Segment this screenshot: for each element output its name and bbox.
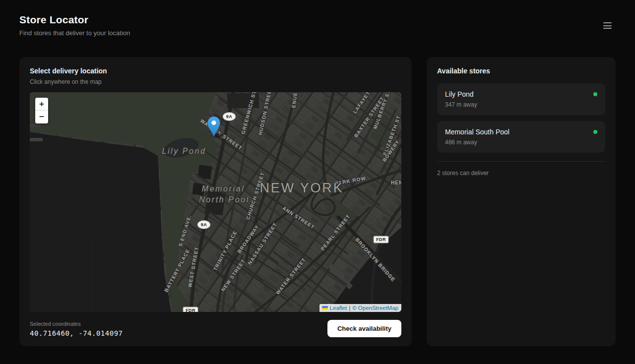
leaflet-link[interactable]: Leaflet [330, 305, 347, 311]
openstreetmap-link[interactable]: © OpenStreetMap [352, 305, 398, 311]
map-road-badge: 9A [223, 113, 236, 121]
map-road-badge: FDR [183, 307, 198, 312]
check-availability-button[interactable]: Check availability [327, 320, 401, 337]
available-stores-panel: Available stores Lily Pond 347 m away Me… [427, 57, 616, 346]
coordinates-label: Selected coordinates [30, 321, 123, 327]
main-content: Select delivery location Click anywhere … [19, 57, 616, 346]
store-available-dot [593, 130, 597, 134]
map-zoom-control: + − [35, 98, 48, 123]
page-title: Store Locator [19, 14, 616, 26]
delivery-location-panel: Select delivery location Click anywhere … [19, 57, 412, 346]
page-subtitle: Find stores that deliver to your locatio… [19, 29, 616, 37]
svg-text:FDR: FDR [186, 308, 195, 312]
map-city-label: NEW YORK [260, 181, 344, 195]
store-card[interactable]: Lily Pond 347 m away [437, 83, 605, 115]
map-area-label: North Pool [199, 195, 250, 204]
svg-text:FDR: FDR [376, 237, 386, 242]
map-road-badge: FDR [374, 236, 388, 243]
map-area-label: Lily Pond [162, 147, 206, 155]
map-footer: Selected coordinates 40.716460, -74.0140… [30, 320, 401, 337]
map-panel-title: Select delivery location [30, 67, 401, 75]
stores-panel-title: Available stores [437, 67, 605, 75]
zoom-out-button[interactable]: − [35, 111, 48, 123]
coordinates-value: 40.716460, -74.014097 [30, 329, 123, 337]
ukraine-flag-icon [322, 306, 328, 310]
map[interactable]: 9A9AFDRFDR WARREN STREETGREENWICH ST.HUD… [30, 92, 401, 312]
map-road-badge: 9A [197, 221, 210, 229]
svg-text:9A: 9A [201, 222, 207, 227]
hamburger-menu-icon[interactable] [603, 22, 612, 29]
store-list: Lily Pond 347 m away Memorial South Pool… [437, 83, 605, 153]
store-name: Lily Pond [445, 90, 474, 98]
map-area-label: Memorial [202, 184, 245, 193]
attribution-separator: | [349, 305, 350, 311]
zoom-in-button[interactable]: + [35, 98, 48, 111]
store-name: Memorial South Pool [445, 128, 509, 136]
coordinates-block: Selected coordinates 40.716460, -74.0140… [30, 321, 123, 337]
map-canvas: 9A9AFDRFDR WARREN STREETGREENWICH ST.HUD… [30, 92, 401, 312]
app-header: Store Locator Find stores that deliver t… [0, 0, 635, 37]
map-street-label: HENRY [391, 180, 401, 185]
map-panel-subtitle: Click anywhere on the map [30, 78, 401, 85]
store-distance: 486 m away [445, 139, 597, 146]
stores-divider [437, 161, 605, 162]
stores-footer: 2 stores can deliver [437, 170, 605, 177]
store-available-dot [593, 92, 597, 96]
map-attribution: Leaflet | © OpenStreetMap [319, 304, 401, 312]
store-card[interactable]: Memorial South Pool 486 m away [437, 121, 605, 153]
svg-text:9A: 9A [226, 114, 232, 119]
store-distance: 347 m away [445, 101, 597, 108]
